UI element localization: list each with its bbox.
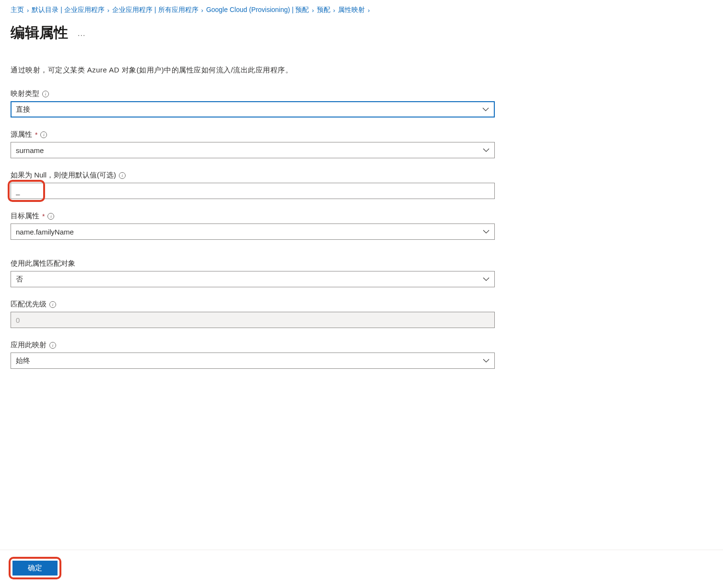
matching-precedence-group: 匹配优先级 i <box>11 300 495 328</box>
match-objects-value: 否 <box>16 275 23 284</box>
breadcrumb: 主页 › 默认目录 | 企业应用程序 › 企业应用程序 | 所有应用程序 › G… <box>11 6 712 14</box>
match-objects-group: 使用此属性匹配对象 否 <box>11 259 495 287</box>
info-icon[interactable]: i <box>49 301 56 308</box>
breadcrumb-enterprise-apps[interactable]: 企业应用程序 | 所有应用程序 <box>112 6 198 14</box>
info-icon[interactable]: i <box>47 213 54 220</box>
breadcrumb-provisioning[interactable]: 预配 <box>317 6 330 14</box>
info-icon[interactable]: i <box>42 91 49 97</box>
default-if-null-label: 如果为 Null，则使用默认值(可选) <box>11 171 116 180</box>
info-icon[interactable]: i <box>49 342 56 349</box>
source-attribute-label: 源属性 <box>11 130 32 139</box>
apply-mapping-value: 始终 <box>16 356 30 365</box>
chevron-right-icon: › <box>201 7 203 14</box>
chevron-right-icon: › <box>368 7 370 14</box>
mapping-type-value: 直接 <box>16 105 30 114</box>
breadcrumb-attribute-mapping[interactable]: 属性映射 <box>338 6 365 14</box>
default-if-null-input[interactable] <box>11 183 495 199</box>
required-indicator: * <box>42 212 45 220</box>
target-attribute-label: 目标属性 <box>11 212 39 221</box>
page-title: 编辑属性 <box>11 23 68 43</box>
chevron-right-icon: › <box>312 7 314 14</box>
match-objects-label: 使用此属性匹配对象 <box>11 259 75 268</box>
chevron-right-icon: › <box>27 7 29 14</box>
more-actions-button[interactable]: ··· <box>78 26 85 40</box>
source-attribute-select[interactable]: surname <box>11 142 495 158</box>
chevron-right-icon: › <box>333 7 335 14</box>
matching-precedence-label: 匹配优先级 <box>11 300 47 309</box>
matching-precedence-input <box>11 312 495 328</box>
default-if-null-group: 如果为 Null，则使用默认值(可选) i <box>11 171 495 199</box>
apply-mapping-select[interactable]: 始终 <box>11 353 495 369</box>
apply-mapping-group: 应用此映射 i 始终 <box>11 341 495 369</box>
chevron-down-icon <box>483 228 490 235</box>
breadcrumb-google-cloud-provisioning[interactable]: Google Cloud (Provisioning) | 预配 <box>206 6 309 14</box>
target-attribute-value: name.familyName <box>16 228 74 236</box>
source-attribute-group: 源属性 * i surname <box>11 130 495 158</box>
page-description: 通过映射，可定义某类 Azure AD 对象(如用户)中的属性应如何流入/流出此… <box>11 66 712 75</box>
mapping-type-label: 映射类型 <box>11 89 39 98</box>
chevron-down-icon <box>483 147 490 153</box>
apply-mapping-label: 应用此映射 <box>11 341 47 350</box>
chevron-right-icon: › <box>107 7 109 14</box>
mapping-type-select[interactable]: 直接 <box>11 101 495 118</box>
match-objects-select[interactable]: 否 <box>11 271 495 287</box>
mapping-type-group: 映射类型 i 直接 <box>11 89 495 118</box>
chevron-down-icon <box>482 106 489 113</box>
required-indicator: * <box>35 131 37 139</box>
breadcrumb-default-directory[interactable]: 默认目录 | 企业应用程序 <box>32 6 104 14</box>
info-icon[interactable]: i <box>119 172 126 179</box>
target-attribute-group: 目标属性 * i name.familyName <box>11 212 495 240</box>
page-title-row: 编辑属性 ··· <box>11 23 712 43</box>
chevron-down-icon <box>483 276 490 282</box>
breadcrumb-home[interactable]: 主页 <box>11 6 24 14</box>
target-attribute-select[interactable]: name.familyName <box>11 223 495 240</box>
info-icon[interactable]: i <box>40 131 47 138</box>
chevron-down-icon <box>483 357 490 364</box>
source-attribute-value: surname <box>16 146 44 154</box>
